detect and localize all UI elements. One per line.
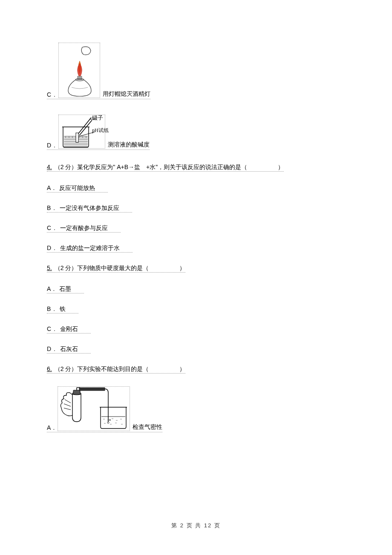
- stem-text: （2 分）下列实验不能达到目的是（: [55, 365, 149, 372]
- svg-rect-0: [78, 76, 82, 80]
- option-text: 一定有酸参与反应: [60, 224, 108, 231]
- option-text: 石灰石: [60, 345, 78, 352]
- alcohol-lamp-image: [58, 43, 100, 98]
- q4-option-b: B . 一定没有气体参加反应: [47, 204, 132, 213]
- q5-option-b: B . 铁: [47, 305, 78, 313]
- option-text: 反应可能放热: [59, 184, 95, 191]
- stem-text: （2 分）下列物质中硬度最大的是（: [55, 265, 149, 271]
- q3-option-d: D .: [47, 115, 150, 150]
- option-letter: B .: [47, 305, 55, 312]
- stem-text: （2 分）某化学反应为" A+B→盐 +水"，则关于该反应的说法正确的是（: [55, 164, 248, 170]
- option-text: 一定没有气体参加反应: [60, 204, 119, 211]
- q4-option-d: D . 生成的盐一定难溶于水: [47, 244, 133, 253]
- option-letter: A .: [47, 424, 55, 431]
- option-letter: C .: [47, 224, 56, 231]
- option-letter: D .: [47, 345, 56, 352]
- option-text: 用灯帽熄灭酒精灯: [103, 90, 150, 98]
- q4-option-a: A . 反应可能放热: [47, 184, 108, 193]
- option-text: 测溶液的酸碱度: [108, 141, 150, 149]
- question-number: 5.: [47, 265, 52, 271]
- option-text: 石墨: [59, 285, 71, 292]
- option-letter: D .: [47, 244, 56, 251]
- option-text: 铁: [60, 305, 66, 312]
- option-letter: A .: [47, 285, 55, 292]
- question-stem: （2 分）下列实验不能达到目的是（）: [55, 365, 186, 373]
- option-letter: B .: [47, 204, 55, 211]
- q6-option-a: A .: [47, 386, 162, 432]
- option-letter: D .: [47, 142, 56, 149]
- question-5: 5. （2 分）下列物质中硬度最大的是（）: [47, 265, 185, 273]
- stem-close: ）: [179, 365, 185, 372]
- svg-rect-26: [79, 388, 105, 391]
- option-letter: C .: [47, 91, 56, 98]
- q5-option-a: A . 石墨: [47, 285, 84, 293]
- q4-option-c: C . 一定有酸参与反应: [47, 224, 121, 233]
- ph-test-image: 镊子 pH试纸: [58, 115, 105, 149]
- question-stem: （2 分）下列物质中硬度最大的是（）: [55, 265, 186, 272]
- question-number: 4.: [47, 164, 52, 170]
- question-stem: （2 分）某化学反应为" A+B→盐 +水"，则关于该反应的说法正确的是（）: [55, 164, 284, 171]
- svg-rect-18: [76, 133, 78, 142]
- q5-option-c: C . 金刚石: [47, 325, 91, 334]
- option-text: 检查气密性: [133, 423, 162, 431]
- svg-rect-25: [73, 390, 80, 394]
- airtightness-image: [58, 386, 130, 431]
- question-4: 4. （2 分）某化学反应为" A+B→盐 +水"，则关于该反应的说法正确的是（…: [47, 164, 284, 172]
- tweezers-label: 镊子: [92, 114, 103, 122]
- svg-point-40: [110, 420, 111, 421]
- ph-strip-label: pH试纸: [92, 127, 109, 134]
- page-footer: 第 2 页 共 12 页: [0, 522, 392, 529]
- option-letter: A .: [47, 184, 55, 191]
- option-letter: C .: [47, 325, 56, 332]
- svg-line-16: [78, 118, 91, 135]
- stem-close: ）: [278, 164, 284, 170]
- question-6: 6. （2 分）下列实验不能达到目的是（）: [47, 365, 185, 374]
- stem-close: ）: [179, 265, 185, 271]
- question-number: 6.: [47, 365, 52, 372]
- q5-option-d: D . 石灰石: [47, 345, 91, 354]
- svg-point-39: [107, 422, 109, 423]
- q3-option-c: C . 用灯帽熄灭酒精灯: [47, 43, 150, 99]
- option-text: 金刚石: [60, 325, 78, 332]
- option-text: 生成的盐一定难溶于水: [60, 244, 120, 251]
